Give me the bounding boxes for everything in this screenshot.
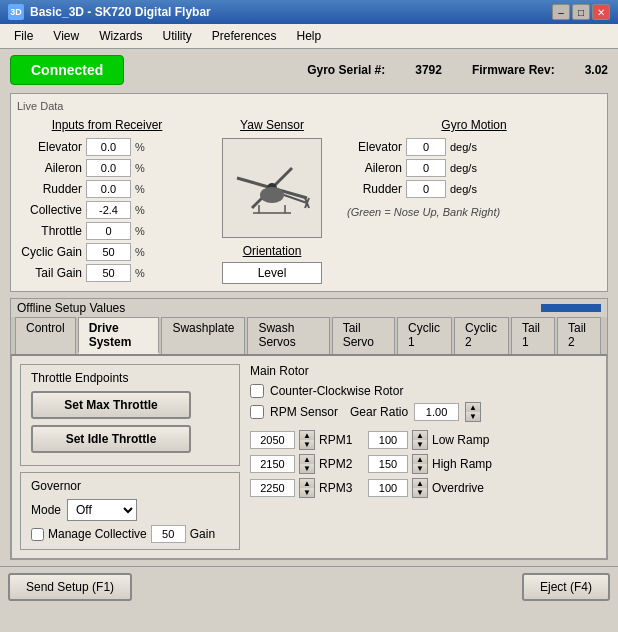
tab-cyclic1[interactable]: Cyclic 1: [397, 317, 452, 354]
tab-tail-servo[interactable]: Tail Servo: [332, 317, 395, 354]
gyro-row-aileron: Aileron deg/s: [347, 159, 601, 177]
rpm3-down[interactable]: ▼: [300, 488, 314, 497]
throttle-endpoints-title: Throttle Endpoints: [31, 371, 229, 385]
menu-help[interactable]: Help: [287, 26, 332, 46]
menu-preferences[interactable]: Preferences: [202, 26, 287, 46]
rpm-sensor-row: RPM Sensor Gear Ratio ▲ ▼: [250, 402, 598, 422]
rpm1-pct-input[interactable]: [368, 431, 408, 449]
governor-title: Governor: [31, 479, 229, 493]
rpm1-pct-down[interactable]: ▼: [413, 440, 427, 449]
throttle-unit: %: [135, 225, 145, 237]
main-rotor-panel: Main Rotor Counter-Clockwise Rotor RPM S…: [250, 364, 598, 550]
rpm3-pct-down[interactable]: ▼: [413, 488, 427, 497]
gyro-row-elevator: Elevator deg/s: [347, 138, 601, 156]
close-button[interactable]: ✕: [592, 4, 610, 20]
gyro-aileron-input[interactable]: [406, 159, 446, 177]
gear-ratio-up[interactable]: ▲: [466, 403, 480, 412]
firmware-prefix: Firmware Rev:: [472, 63, 555, 77]
live-data-label: Live Data: [17, 100, 601, 112]
minimize-button[interactable]: –: [552, 4, 570, 20]
aileron-input[interactable]: [86, 159, 131, 177]
cyclic-gain-input[interactable]: [86, 243, 131, 261]
gyro-serial-value: 3792: [415, 63, 442, 77]
rpm-row-1: ▲ ▼ RPM1 ▲ ▼ Low Ramp: [250, 430, 598, 450]
send-setup-button[interactable]: Send Setup (F1): [8, 573, 132, 601]
rpm2-spinner[interactable]: ▲ ▼: [299, 454, 315, 474]
gear-ratio-label: Gear Ratio: [350, 405, 408, 419]
tab-control[interactable]: Control: [15, 317, 76, 354]
maximize-button[interactable]: □: [572, 4, 590, 20]
rpm1-spinner[interactable]: ▲ ▼: [299, 430, 315, 450]
rpm3-pct-input[interactable]: [368, 479, 408, 497]
ccw-rotor-checkbox[interactable]: [250, 384, 264, 398]
input-row-cyclic-gain: Cyclic Gain %: [17, 243, 197, 261]
manage-collective-checkbox[interactable]: [31, 528, 44, 541]
gyro-rudder-input[interactable]: [406, 180, 446, 198]
menu-file[interactable]: File: [4, 26, 43, 46]
rpm3-value-input[interactable]: [250, 479, 295, 497]
tail-gain-label: Tail Gain: [17, 266, 82, 280]
gain-field[interactable]: [151, 525, 186, 543]
rpm-rows: ▲ ▼ RPM1 ▲ ▼ Low Ramp: [250, 430, 598, 498]
tab-tail1[interactable]: Tail 1: [511, 317, 555, 354]
yaw-section: Yaw Sensor: [207, 118, 337, 285]
tab-swashplate[interactable]: Swashplate: [161, 317, 245, 354]
rpm3-up[interactable]: ▲: [300, 479, 314, 488]
rpm1-value-input[interactable]: [250, 431, 295, 449]
rpm1-up[interactable]: ▲: [300, 431, 314, 440]
menu-utility[interactable]: Utility: [152, 26, 201, 46]
rpm1-label: RPM1: [319, 433, 364, 447]
rudder-input[interactable]: [86, 180, 131, 198]
rpm1-pct-up[interactable]: ▲: [413, 431, 427, 440]
set-idle-throttle-button[interactable]: Set Idle Throttle: [31, 425, 191, 453]
rpm-sensor-label: RPM Sensor: [270, 405, 338, 419]
tab-swash-servos[interactable]: Swash Servos: [247, 317, 329, 354]
inputs-section: Inputs from Receiver Elevator % Aileron …: [17, 118, 197, 285]
tail-gain-input[interactable]: [86, 264, 131, 282]
eject-button[interactable]: Eject (F4): [522, 573, 610, 601]
rpm3-spinner[interactable]: ▲ ▼: [299, 478, 315, 498]
rpm2-pct-up[interactable]: ▲: [413, 455, 427, 464]
rpm1-pct-spinner[interactable]: ▲ ▼: [412, 430, 428, 450]
set-max-throttle-button[interactable]: Set Max Throttle: [31, 391, 191, 419]
throttle-input[interactable]: [86, 222, 131, 240]
svg-point-3: [260, 187, 284, 203]
rpm3-pct-up[interactable]: ▲: [413, 479, 427, 488]
rpm3-pct-spinner[interactable]: ▲ ▼: [412, 478, 428, 498]
governor-mode-select[interactable]: Off On: [67, 499, 137, 521]
rpm2-pct-down[interactable]: ▼: [413, 464, 427, 473]
yaw-sensor-display: [222, 138, 322, 238]
governor-mode-label: Mode: [31, 503, 61, 517]
gain-label: Gain: [190, 527, 215, 541]
menu-wizards[interactable]: Wizards: [89, 26, 152, 46]
rpm1-down[interactable]: ▼: [300, 440, 314, 449]
collective-label: Collective: [17, 203, 82, 217]
offline-header: Offline Setup Values: [11, 299, 607, 317]
main-content: Connected Gyro Serial #: 3792 Firmware R…: [0, 49, 618, 566]
governor-mode-row: Mode Off On: [31, 499, 229, 521]
menu-view[interactable]: View: [43, 26, 89, 46]
rpm2-value-input[interactable]: [250, 455, 295, 473]
rpm-sensor-checkbox[interactable]: [250, 405, 264, 419]
rpm3-label: RPM3: [319, 481, 364, 495]
gyro-elevator-input[interactable]: [406, 138, 446, 156]
input-row-elevator: Elevator %: [17, 138, 197, 156]
gear-ratio-input[interactable]: [414, 403, 459, 421]
rpm2-pct-input[interactable]: [368, 455, 408, 473]
tab-cyclic2[interactable]: Cyclic 2: [454, 317, 509, 354]
elevator-input[interactable]: [86, 138, 131, 156]
window-title: Basic_3D - SK720 Digital Flybar: [30, 5, 211, 19]
gyro-elevator-unit: deg/s: [450, 141, 477, 153]
gear-ratio-down[interactable]: ▼: [466, 412, 480, 421]
aileron-label: Aileron: [17, 161, 82, 175]
gear-ratio-spinner[interactable]: ▲ ▼: [465, 402, 481, 422]
rpm2-up[interactable]: ▲: [300, 455, 314, 464]
tab-tail2[interactable]: Tail 2: [557, 317, 601, 354]
gyro-motion-section: Gyro Motion Elevator deg/s Aileron deg/s…: [347, 118, 601, 285]
tab-drive-system[interactable]: Drive System: [78, 317, 160, 354]
tab-content: Throttle Endpoints Set Max Throttle Set …: [11, 356, 607, 559]
rpm3-desc: Overdrive: [432, 481, 484, 495]
collective-input[interactable]: [86, 201, 131, 219]
rpm2-pct-spinner[interactable]: ▲ ▼: [412, 454, 428, 474]
rpm2-down[interactable]: ▼: [300, 464, 314, 473]
